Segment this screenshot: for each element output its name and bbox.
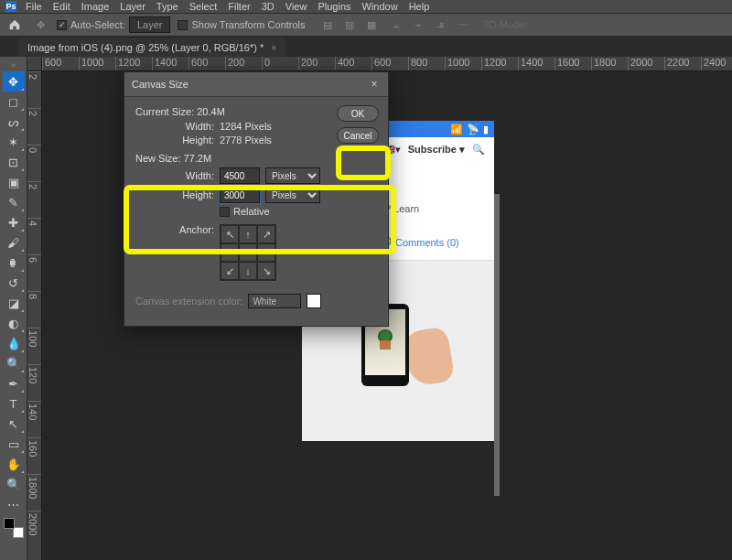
stamp-tool[interactable]: ⧯ — [3, 253, 25, 273]
cur-height-value: 2778 Pixels — [220, 135, 272, 145]
ruler-tick: 2000 — [27, 511, 41, 547]
ruler-tick: 200 — [298, 57, 335, 70]
anchor-w[interactable]: ← — [221, 243, 239, 262]
document-tab-bar: Image from iOS (4).png @ 25% (Layer 0, R… — [0, 36, 732, 57]
show-transform-checkbox[interactable] — [178, 20, 188, 30]
marquee-tool[interactable]: ◻ — [3, 92, 25, 112]
anchor-s[interactable]: ↓ — [239, 262, 257, 280]
align-right-icon[interactable]: ▦ — [362, 16, 381, 34]
ruler-tick: 100 — [27, 328, 41, 364]
auto-select-target[interactable]: Layer — [129, 16, 171, 33]
shape-tool[interactable]: ▭ — [3, 434, 25, 454]
anchor-sw[interactable]: ↙ — [221, 262, 239, 280]
hand-tool[interactable]: ✋ — [3, 454, 25, 474]
path-tool[interactable]: ↖ — [3, 414, 25, 434]
cell-icon: 📶 — [450, 124, 463, 135]
document-tab-title: Image from iOS (4).png @ 25% (Layer 0, R… — [27, 42, 264, 53]
anchor-ne[interactable]: ↗ — [257, 225, 275, 243]
scrollbar[interactable] — [494, 194, 500, 496]
pen-tool[interactable]: ✒ — [3, 373, 25, 393]
ruler-tick: 2 — [27, 108, 41, 145]
gradient-tool[interactable]: ◐ — [3, 313, 25, 333]
mode3d-orbit-icon: ⟲ — [534, 16, 553, 34]
align-top-icon[interactable]: ⫠ — [388, 16, 406, 34]
anchor-nw[interactable]: ↖ — [221, 225, 239, 243]
toolbar-handle-icon[interactable]: » — [11, 60, 16, 70]
menu-help[interactable]: Help — [404, 1, 436, 12]
anchor-n[interactable]: ↑ — [239, 225, 257, 243]
align-center-icon[interactable]: ▥ — [340, 16, 359, 34]
anchor-e[interactable]: → — [257, 243, 275, 262]
healing-tool[interactable]: ✚ — [3, 212, 25, 232]
menu-plugins[interactable]: Plugins — [312, 1, 356, 12]
canvas-size-dialog: Canvas Size × Current Size: 20.4M Width:… — [124, 71, 389, 327]
anchor-grid[interactable]: ↖ ↑ ↗ ← • → ↙ ↓ ↘ — [220, 224, 276, 281]
tab-close-icon[interactable]: × — [271, 43, 276, 53]
ruler-tick: 1600 — [554, 57, 591, 70]
swatches-fg-bg[interactable] — [4, 518, 24, 538]
eyedropper-tool[interactable]: ✎ — [3, 192, 25, 212]
wand-tool[interactable]: ✶ — [3, 132, 25, 152]
ruler-tick: 0 — [27, 145, 41, 181]
align-mid-icon[interactable]: ⫟ — [410, 16, 428, 34]
ruler-tick: 160 — [27, 437, 41, 474]
mode3d-slide-icon: ⇔ — [576, 16, 595, 34]
dialog-close-icon[interactable]: × — [368, 78, 381, 91]
overflow-icon[interactable]: ⋯ — [458, 19, 468, 31]
menu-edit[interactable]: Edit — [48, 1, 76, 12]
ruler-tick: 2 — [27, 181, 41, 218]
blur-tool[interactable]: 💧 — [3, 333, 25, 353]
lasso-tool[interactable]: ᔕ — [3, 112, 25, 132]
zoom-tool[interactable]: 🔍 — [3, 474, 25, 494]
new-size-label: New Size: 77.2M — [135, 153, 377, 164]
new-width-input[interactable] — [220, 167, 260, 184]
ruler-tick: 6 — [27, 254, 41, 291]
brush-tool[interactable]: 🖌 — [3, 232, 25, 253]
ruler-tick: 0 — [262, 57, 298, 70]
auto-select-checkbox[interactable]: ✓ — [57, 20, 67, 30]
menu-select[interactable]: Select — [184, 1, 223, 12]
menu-layer[interactable]: Layer — [114, 1, 151, 12]
move-tool[interactable]: ✥ — [3, 71, 25, 92]
align-left-icon[interactable]: ▤ — [318, 16, 337, 34]
width-unit-select[interactable]: Pixels — [265, 167, 320, 184]
hand-illustration — [401, 327, 456, 389]
eraser-tool[interactable]: ◪ — [3, 293, 25, 313]
menu-filter[interactable]: Filter — [222, 1, 255, 12]
anchor-center[interactable]: • — [239, 243, 257, 262]
ruler-tick: 800 — [408, 57, 445, 70]
relative-checkbox[interactable] — [220, 207, 230, 217]
type-tool[interactable]: T — [3, 393, 25, 414]
crop-tool[interactable]: ⊡ — [3, 152, 25, 172]
ruler-vertical: 220246810012014016018002000 — [27, 71, 42, 560]
ruler-tick: 1800 — [591, 57, 628, 70]
menu-image[interactable]: Image — [76, 1, 115, 12]
menu-3d[interactable]: 3D — [256, 1, 280, 12]
menu-file[interactable]: File — [20, 1, 48, 12]
ext-color-swatch[interactable] — [307, 294, 321, 308]
ruler-tick: 140 — [27, 401, 41, 437]
menu-type[interactable]: Type — [151, 1, 184, 12]
height-unit-select[interactable]: Pixels — [265, 187, 320, 203]
menu-view[interactable]: View — [280, 1, 313, 12]
cancel-button[interactable]: Cancel — [337, 127, 379, 144]
mode-3d-label: 3D Mode: — [484, 19, 528, 30]
comments-link: Comments (0) — [395, 237, 459, 248]
ext-color-select[interactable]: White — [248, 294, 301, 308]
menu-window[interactable]: Window — [357, 1, 404, 12]
subscribe-link: Subscribe ▾ — [408, 144, 465, 156]
ruler-tick: 2400 — [701, 57, 732, 70]
toolbar-more-icon[interactable]: ⋯ — [3, 494, 25, 514]
new-size-section: New Size: 77.2M Width: Pixels Height: Pi… — [135, 153, 377, 217]
ok-button[interactable]: OK — [337, 105, 379, 122]
new-height-input[interactable] — [220, 187, 260, 203]
anchor-se[interactable]: ↘ — [257, 262, 275, 280]
history-brush-tool[interactable]: ↺ — [3, 273, 25, 293]
frame-tool[interactable]: ▣ — [3, 172, 25, 192]
cur-width-label: Width: — [135, 121, 220, 132]
document-tab[interactable]: Image from iOS (4).png @ 25% (Layer 0, R… — [18, 38, 285, 57]
home-button[interactable] — [5, 16, 24, 34]
dodge-tool[interactable]: 🔍 — [3, 353, 25, 373]
canvas-area: 6001000120014006002000200400600800100012… — [27, 57, 732, 560]
align-bot-icon[interactable]: ⫡ — [432, 16, 450, 34]
